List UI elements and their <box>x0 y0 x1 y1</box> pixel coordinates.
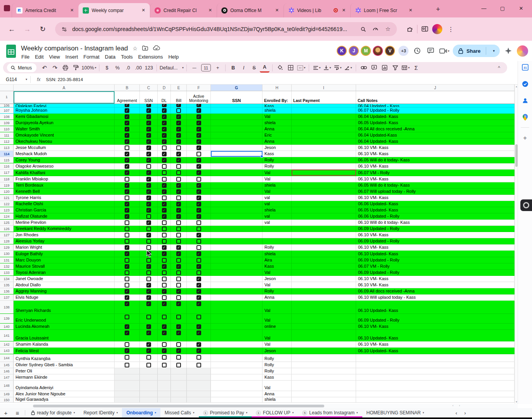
paint-format-button[interactable] <box>71 63 81 73</box>
checkbox-cell-D[interactable] <box>158 232 171 238</box>
checked-checkbox[interactable]: ✓ <box>146 208 151 213</box>
checkbox-cell-D[interactable]: ✓ <box>158 157 171 163</box>
checkbox-cell-D[interactable]: ✓ <box>158 213 171 219</box>
checked-checkbox[interactable]: ✓ <box>125 348 129 353</box>
checkbox-cell-B[interactable] <box>115 362 140 368</box>
tab-close-icon[interactable]: ✕ <box>69 7 75 14</box>
last-payment-cell[interactable] <box>292 368 356 374</box>
checked-checkbox[interactable]: ✓ <box>196 208 201 213</box>
unchecked-checkbox[interactable] <box>125 355 129 360</box>
unchecked-checkbox[interactable] <box>196 245 201 250</box>
checked-checkbox[interactable]: ✓ <box>176 104 181 107</box>
last-payment-cell[interactable] <box>292 126 356 132</box>
unchecked-checkbox[interactable] <box>125 233 129 237</box>
checked-checkbox[interactable]: ✓ <box>196 189 201 194</box>
unchecked-checkbox[interactable] <box>162 233 167 237</box>
call-notes-cell[interactable]: 06.07 VM - Rolly <box>356 170 515 176</box>
checked-checkbox[interactable]: ✓ <box>196 277 201 281</box>
header-cell-J1[interactable]: Call Notes <box>356 91 515 104</box>
sheet-tab-menu-icon[interactable]: ▾ <box>116 411 118 414</box>
increase-decimals-button[interactable]: .00 <box>134 63 143 73</box>
call-notes-cell[interactable]: 06.10 VM- Kass <box>356 244 515 250</box>
star-document-icon[interactable]: ☆ <box>133 45 138 52</box>
checkbox-cell-B[interactable] <box>115 374 140 380</box>
checkbox-cell-B[interactable]: ✓ <box>115 244 140 250</box>
checkbox-cell-F[interactable]: ✓ <box>187 251 211 257</box>
ssn-cell[interactable] <box>211 107 263 113</box>
unchecked-checkbox[interactable] <box>196 270 201 275</box>
checkbox-cell-F[interactable] <box>187 244 211 250</box>
name-cell[interactable]: Roysha Johnson <box>14 107 115 113</box>
sheets-logo[interactable] <box>6 44 16 60</box>
checkbox-cell-C[interactable]: ✓ <box>140 132 158 138</box>
checkbox-cell-E[interactable]: ✓ <box>171 348 187 354</box>
checkbox-cell-D[interactable] <box>158 226 171 232</box>
name-cell[interactable]: Corey Young <box>14 157 115 163</box>
checkbox-cell-D[interactable]: ✓ <box>158 126 171 132</box>
call-notes-cell[interactable]: 06.06 Updated- Kass <box>356 201 515 207</box>
ssn-cell[interactable] <box>211 294 263 300</box>
scroll-right-icon[interactable]: › <box>459 404 460 407</box>
checkbox-cell-D[interactable]: ✓ <box>158 288 171 294</box>
checkbox-cell-C[interactable] <box>140 381 158 391</box>
call-notes-cell[interactable]: 06.09 Updated - Rolly <box>356 257 515 263</box>
unchecked-checkbox[interactable] <box>162 315 167 319</box>
checked-checkbox[interactable]: ✓ <box>125 331 129 335</box>
checked-checkbox[interactable]: ✓ <box>196 342 201 347</box>
checkbox-cell-B[interactable] <box>115 381 140 391</box>
checked-checkbox[interactable]: ✓ <box>125 208 129 213</box>
checkbox-cell-F[interactable]: ✓ <box>187 330 211 341</box>
enrolled-by-cell[interactable]: Val <box>263 282 292 288</box>
enrolled-by-cell[interactable]: Anna <box>263 139 292 144</box>
checked-checkbox[interactable]: ✓ <box>125 289 129 294</box>
checked-checkbox[interactable]: ✓ <box>176 214 181 219</box>
checked-checkbox[interactable]: ✓ <box>146 114 151 119</box>
call-notes-cell[interactable]: 06.10 Will uplaod today - Kass <box>356 294 515 300</box>
last-payment-cell[interactable] <box>292 182 356 188</box>
row-header[interactable]: 122 <box>0 201 14 207</box>
checkbox-cell-C[interactable]: ✓ <box>140 301 158 313</box>
checkbox-cell-D[interactable] <box>158 257 171 263</box>
row-header[interactable]: 134 <box>0 276 14 282</box>
checkbox-cell-C[interactable] <box>140 238 158 244</box>
name-cell[interactable]: Nigel Garawadya <box>14 397 115 402</box>
checkbox-cell-F[interactable]: ✓ <box>187 157 211 163</box>
checkbox-cell-D[interactable] <box>158 368 171 374</box>
name-cell[interactable]: Shamim Kalanda <box>14 341 115 347</box>
last-payment-cell[interactable] <box>292 107 356 113</box>
last-payment-cell[interactable] <box>292 301 356 313</box>
column-header-I[interactable]: I <box>292 85 356 91</box>
enrolled-by-cell[interactable]: Val <box>263 189 292 194</box>
name-cell[interactable]: Kemi Gbadamosi <box>14 114 115 119</box>
sheet-tab-menu-icon[interactable]: ▾ <box>73 411 75 414</box>
enrolled-by-cell[interactable]: val <box>263 201 292 207</box>
call-notes-cell[interactable] <box>356 368 515 374</box>
checkbox-cell-D[interactable] <box>158 381 171 391</box>
name-cell[interactable]: Merline Previlon <box>14 220 115 225</box>
ssn-cell[interactable] <box>211 270 263 275</box>
checkbox-cell-E[interactable] <box>171 368 187 374</box>
checkbox-cell-B[interactable]: ✓ <box>115 324 140 329</box>
checked-checkbox[interactable]: ✓ <box>162 114 167 119</box>
checkbox-cell-E[interactable]: ✓ <box>171 324 187 329</box>
checkbox-cell-C[interactable] <box>140 354 158 362</box>
ssn-cell[interactable] <box>211 324 263 329</box>
checked-checkbox[interactable]: ✓ <box>196 164 201 169</box>
call-notes-cell[interactable]: 06.09 Updated - Rolly <box>356 238 515 244</box>
checkbox-cell-F[interactable] <box>187 314 211 323</box>
checked-checkbox[interactable]: ✓ <box>176 208 181 213</box>
checked-checkbox[interactable]: ✓ <box>125 245 129 250</box>
checkbox-cell-F[interactable]: ✓ <box>187 301 211 313</box>
name-cell[interactable]: Tyrone Harris <box>14 195 115 201</box>
search-icon[interactable] <box>359 25 367 33</box>
checked-checkbox[interactable]: ✓ <box>196 170 201 175</box>
row-header[interactable]: 143 <box>0 348 14 354</box>
unchecked-checkbox[interactable] <box>146 270 151 275</box>
collaborators-overflow-badge[interactable]: +3 <box>398 46 409 56</box>
checked-checkbox[interactable]: ✓ <box>176 331 181 335</box>
name-cell[interactable]: Aggrey Manning <box>14 288 115 294</box>
name-cell[interactable]: Christian Garcia <box>14 207 115 213</box>
name-cell[interactable]: Olivier Sydney Gbeti - Sambia <box>14 362 115 368</box>
checkbox-cell-E[interactable] <box>171 107 187 113</box>
checked-checkbox[interactable]: ✓ <box>196 104 201 107</box>
